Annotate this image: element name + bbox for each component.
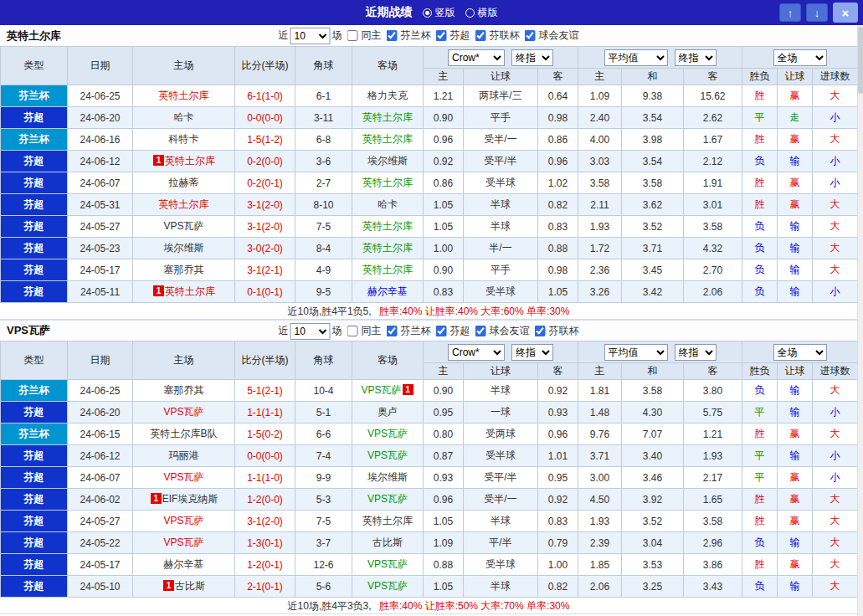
- league-filter-checkbox[interactable]: [436, 30, 447, 41]
- team-name[interactable]: 埃尔维斯: [164, 242, 204, 254]
- league-filter-checkbox[interactable]: [475, 30, 486, 41]
- team-name[interactable]: VPS瓦萨: [367, 449, 408, 461]
- team-name[interactable]: VPS瓦萨: [367, 580, 408, 592]
- team-name[interactable]: 英特土尔库: [165, 155, 215, 167]
- team-name[interactable]: 格力夫克: [367, 90, 408, 101]
- team-name[interactable]: 英特土尔库: [165, 285, 215, 297]
- league-filter-checkbox[interactable]: [436, 326, 447, 336]
- team-name[interactable]: 哈卡: [174, 111, 194, 123]
- league-filter-checkbox[interactable]: [535, 326, 546, 336]
- odds-stage-select[interactable]: 终指: [511, 344, 553, 361]
- away-team-cell: 哈卡: [352, 194, 424, 216]
- match-row: 芬超24-06-07拉赫蒂0-2(0-1)2-7英特土尔库0.86受半球1.02…: [1, 172, 858, 194]
- score-cell: 3-1(2-0): [235, 216, 295, 238]
- team-name[interactable]: EIF埃克纳斯: [162, 493, 218, 505]
- team-name[interactable]: VPS瓦萨: [361, 384, 401, 396]
- handicap-result-cell: 输: [778, 281, 813, 303]
- team-name[interactable]: 埃尔维斯: [367, 471, 408, 483]
- team-name[interactable]: VPS瓦萨: [367, 558, 408, 570]
- team-name[interactable]: 英特土尔库: [362, 177, 413, 188]
- recent-count-select[interactable]: 10: [290, 323, 331, 340]
- avg-draw-cell: 3.54: [622, 151, 684, 172]
- recent-count-select[interactable]: 10: [290, 28, 331, 44]
- odds-away-cell: 0.79: [538, 532, 578, 554]
- scope-select[interactable]: 全场: [773, 344, 827, 361]
- same-home-checkbox[interactable]: [347, 326, 358, 336]
- odds-provider-select[interactable]: Crow*: [448, 344, 505, 361]
- team-name[interactable]: VPS瓦萨: [367, 428, 408, 439]
- team-name[interactable]: VPS瓦萨: [163, 406, 203, 418]
- avg-stage-select[interactable]: 终指: [675, 344, 717, 361]
- team-name[interactable]: 古比斯: [175, 580, 205, 592]
- layout-horizontal-radio[interactable]: 横版: [465, 6, 498, 20]
- team-name[interactable]: VPS瓦萨: [163, 536, 203, 548]
- team-name[interactable]: 英特土尔库: [159, 90, 209, 101]
- same-home-label: 同主: [362, 28, 382, 43]
- avg-provider-select[interactable]: 平均值: [604, 49, 668, 66]
- handicap-cell: 一球: [464, 402, 538, 424]
- league-filter[interactable]: 芬兰杯: [387, 324, 433, 338]
- team-name[interactable]: 玛丽港: [169, 449, 199, 461]
- league-filter-label: 芬超: [450, 324, 470, 338]
- home-team-cell: 1EIF埃克纳斯: [133, 489, 235, 511]
- scrollbar-thumb[interactable]: [858, 27, 863, 94]
- league-filter[interactable]: 芬兰杯: [387, 28, 433, 43]
- league-filter[interactable]: 球会友谊: [525, 28, 581, 43]
- team-name[interactable]: 英特土尔库B队: [150, 428, 217, 439]
- odds-provider-select[interactable]: Crow*: [448, 49, 505, 66]
- same-home-filter[interactable]: 同主: [347, 324, 383, 338]
- league-filter[interactable]: 芬超: [436, 28, 472, 43]
- league-filter-checkbox[interactable]: [525, 30, 536, 41]
- league-filter[interactable]: 芬联杯: [535, 324, 581, 338]
- team-name[interactable]: 英特土尔库: [362, 515, 413, 526]
- team-name[interactable]: 英特土尔库: [159, 198, 209, 210]
- league-filter[interactable]: 芬超: [436, 324, 472, 338]
- away-team-cell: 埃尔维斯: [352, 467, 424, 489]
- team-name[interactable]: 塞那乔其: [164, 384, 204, 396]
- league-filter-checkbox[interactable]: [387, 326, 398, 336]
- team-name[interactable]: 英特土尔库: [362, 264, 413, 275]
- same-home-filter[interactable]: 同主: [347, 28, 383, 43]
- league-filter-label: 芬联杯: [549, 324, 579, 338]
- scroll-up-button[interactable]: ↑: [779, 3, 801, 22]
- handicap-cell: 两球半/三: [464, 85, 538, 107]
- team-name[interactable]: 奥卢: [378, 406, 398, 418]
- league-filter[interactable]: 球会友谊: [475, 324, 532, 338]
- team-name[interactable]: 塞那乔其: [164, 264, 204, 275]
- team-name[interactable]: VPS瓦萨: [367, 493, 408, 505]
- result-cell: 负: [742, 576, 778, 598]
- corners-cell: 3-6: [295, 151, 352, 172]
- handicap-result-cell: 输: [778, 238, 813, 259]
- team-name[interactable]: 英特土尔库: [362, 242, 413, 254]
- scroll-down-button[interactable]: ↓: [806, 3, 828, 22]
- vertical-scrollbar[interactable]: [857, 25, 863, 616]
- league-filter-checkbox[interactable]: [387, 30, 398, 41]
- team-name[interactable]: VPS瓦萨: [163, 471, 203, 483]
- layout-vertical-radio[interactable]: 竖版: [423, 6, 455, 20]
- team-name[interactable]: 哈卡: [378, 198, 398, 210]
- result-cell: 胜: [742, 554, 778, 576]
- close-button[interactable]: ×: [833, 3, 858, 23]
- date-cell: 24-06-20: [68, 402, 133, 424]
- avg-away-cell: 1.91: [684, 172, 742, 194]
- avg-provider-select[interactable]: 平均值: [604, 344, 668, 361]
- league-filter[interactable]: 芬联杯: [475, 28, 521, 43]
- scope-select[interactable]: 全场: [773, 49, 827, 66]
- team-name[interactable]: 英特土尔库: [362, 133, 413, 145]
- team-name[interactable]: VPS瓦萨: [163, 515, 203, 526]
- team-name[interactable]: 英特土尔库: [362, 220, 413, 232]
- avg-stage-select[interactable]: 终指: [675, 49, 717, 66]
- odds-stage-select[interactable]: 终指: [511, 49, 553, 66]
- odds-home-cell: 1.00: [424, 238, 464, 259]
- team-name[interactable]: 古比斯: [372, 536, 403, 548]
- same-home-checkbox[interactable]: [347, 30, 358, 41]
- team-name[interactable]: 赫尔辛基: [164, 558, 204, 570]
- team-name[interactable]: 拉赫蒂: [169, 177, 199, 188]
- league-cell: 芬超: [1, 445, 68, 467]
- team-name[interactable]: 科特卡: [169, 133, 199, 145]
- team-name[interactable]: 埃尔维斯: [367, 155, 408, 167]
- team-name[interactable]: 英特土尔库: [362, 111, 413, 123]
- team-name[interactable]: 赫尔辛基: [367, 285, 408, 297]
- league-filter-checkbox[interactable]: [475, 326, 486, 336]
- team-name[interactable]: VPS瓦萨: [163, 220, 203, 232]
